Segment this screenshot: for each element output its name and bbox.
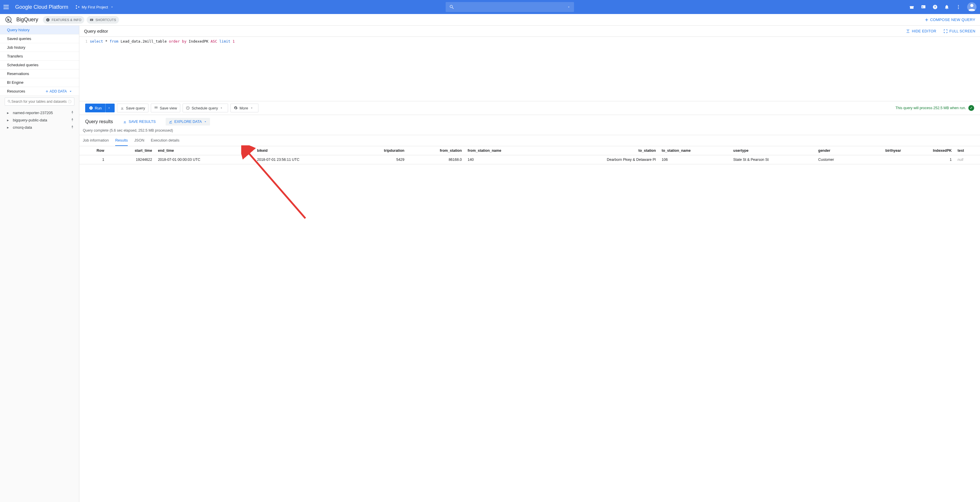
fullscreen-button[interactable]: FULL SCREEN xyxy=(943,29,975,33)
hide-editor-button[interactable]: HIDE EDITOR xyxy=(905,29,936,33)
menu-icon[interactable] xyxy=(3,3,11,11)
column-header[interactable]: to_station_name xyxy=(659,146,730,155)
user-avatar[interactable] xyxy=(967,2,977,12)
resources-label: Resources xyxy=(7,89,25,93)
global-search[interactable] xyxy=(445,2,574,12)
column-header[interactable]: bikeid xyxy=(254,146,353,155)
help-icon[interactable]: ? xyxy=(68,99,72,104)
svg-point-2 xyxy=(78,6,80,8)
column-header[interactable]: from_station xyxy=(407,146,465,155)
results-tab[interactable]: JSON xyxy=(134,135,145,146)
product-name: BigQuery xyxy=(16,17,38,23)
pin-icon[interactable] xyxy=(70,125,75,130)
chevron-right-icon: ▸ xyxy=(7,118,11,122)
sidebar-item[interactable]: Scheduled queries xyxy=(0,61,79,70)
results-tab[interactable]: Results xyxy=(115,135,128,146)
chevron-down-icon xyxy=(68,89,73,93)
table-cell: 2018-07-01 00:00:03 UTC xyxy=(155,155,254,164)
shortcuts-button[interactable]: SHORTCUTS xyxy=(87,16,119,24)
sql-editor[interactable]: 1 select * from Lead_data.2mill_table or… xyxy=(80,37,980,101)
tree-label: named-reporter-237205 xyxy=(13,111,53,115)
column-header[interactable]: to_station xyxy=(546,146,659,155)
table-cell: 1 xyxy=(904,155,955,164)
line-number: 1 xyxy=(84,39,90,99)
chevron-down-icon xyxy=(567,5,571,9)
chevron-down-icon xyxy=(204,120,207,123)
table-cell: 86168.0 xyxy=(407,155,465,164)
sidebar-item[interactable]: Saved queries xyxy=(0,34,79,43)
gift-icon[interactable] xyxy=(909,4,915,10)
save-view-button[interactable]: Save view xyxy=(151,104,180,112)
pin-icon[interactable] xyxy=(70,118,75,123)
add-data-button[interactable]: ADD DATA xyxy=(45,89,73,93)
chevron-down-icon xyxy=(220,106,223,110)
svg-rect-15 xyxy=(48,19,48,21)
results-header: Query results SAVE RESULTS EXPLORE DATA xyxy=(80,115,980,127)
run-dropdown[interactable] xyxy=(105,104,115,112)
column-header[interactable]: Row xyxy=(80,146,107,155)
results-table-wrap[interactable]: Rowstart_timeend_timebikeidtripdurationf… xyxy=(80,146,980,502)
table-cell: State St & Pearson St xyxy=(730,155,815,164)
resource-tree: ▸named-reporter-237205▸bigquery-public-d… xyxy=(0,107,79,133)
run-button[interactable]: Run xyxy=(85,104,106,112)
schedule-query-button[interactable]: Schedule query xyxy=(183,104,228,112)
tree-item[interactable]: ▸cmorq-data xyxy=(0,124,79,131)
column-header[interactable]: gender xyxy=(815,146,860,155)
notifications-icon[interactable] xyxy=(944,4,950,10)
column-header[interactable]: end_time xyxy=(155,146,254,155)
column-header[interactable]: IndexedPK xyxy=(904,146,955,155)
explore-data-button[interactable]: EXPLORE DATA xyxy=(165,118,210,126)
table-cell: 19244622 xyxy=(107,155,155,164)
sidebar-item[interactable]: Reservations xyxy=(0,70,79,78)
tree-item[interactable]: ▸named-reporter-237205 xyxy=(0,109,79,116)
grid-icon xyxy=(154,106,158,110)
results-table: Rowstart_timeend_timebikeidtripdurationf… xyxy=(80,146,980,164)
results-title: Query results xyxy=(85,119,113,124)
more-vert-icon[interactable] xyxy=(956,4,961,10)
chevron-down-icon xyxy=(107,106,111,110)
chevron-down-icon xyxy=(250,106,253,110)
compose-query-button[interactable]: COMPOSE NEW QUERY xyxy=(924,18,975,22)
bigquery-logo-icon xyxy=(5,16,13,24)
column-header[interactable]: from_station_name xyxy=(465,146,546,155)
svg-text:?: ? xyxy=(69,100,70,102)
sidebar-item[interactable]: Query history xyxy=(0,25,79,34)
check-icon: ✓ xyxy=(968,105,974,111)
save-results-button[interactable]: SAVE RESULTS xyxy=(120,118,159,126)
table-cell: 106 xyxy=(659,155,730,164)
resources-header: Resources ADD DATA xyxy=(0,87,79,96)
results-tabs: Job informationResultsJSONExecution deta… xyxy=(80,135,980,146)
features-info-button[interactable]: FEATURES & INFO xyxy=(43,16,84,24)
resource-search[interactable]: ? xyxy=(5,97,75,106)
play-icon xyxy=(89,106,93,110)
pin-icon[interactable] xyxy=(70,110,75,115)
svg-point-10 xyxy=(958,7,959,8)
column-header[interactable]: birthyear xyxy=(860,146,904,155)
sidebar-item[interactable]: Transfers xyxy=(0,52,79,61)
column-header[interactable]: usertype xyxy=(730,146,815,155)
svg-text:?: ? xyxy=(934,5,936,9)
column-header[interactable]: test xyxy=(955,146,980,155)
table-row[interactable]: 1192446222018-07-01 00:00:03 UTC2018-07-… xyxy=(80,155,980,164)
sidebar-item[interactable]: Job history xyxy=(0,43,79,52)
search-icon xyxy=(449,5,454,10)
cloud-shell-icon[interactable] xyxy=(921,4,926,10)
svg-point-0 xyxy=(76,5,77,6)
more-button[interactable]: More xyxy=(231,104,258,112)
tree-item[interactable]: ▸bigquery-public-data xyxy=(0,116,79,124)
sidebar-item[interactable]: BI Engine xyxy=(0,78,79,87)
save-query-button[interactable]: Save query xyxy=(117,104,148,112)
query-status: Query complete (5.6 sec elapsed, 252.5 M… xyxy=(80,127,980,135)
svg-point-1 xyxy=(76,8,77,9)
project-selector[interactable]: My First Project xyxy=(75,5,116,10)
help-icon[interactable]: ? xyxy=(932,4,938,10)
resource-search-input[interactable] xyxy=(11,99,68,104)
column-header[interactable]: tripduration xyxy=(353,146,407,155)
download-icon xyxy=(123,120,127,124)
svg-rect-30 xyxy=(157,108,157,108)
main-panel: Query editor HIDE EDITOR FULL SCREEN 1 s… xyxy=(80,25,980,502)
column-header[interactable]: start_time xyxy=(107,146,155,155)
results-tab[interactable]: Job information xyxy=(83,135,109,146)
svg-rect-21 xyxy=(91,20,92,20)
results-tab[interactable]: Execution details xyxy=(151,135,180,146)
